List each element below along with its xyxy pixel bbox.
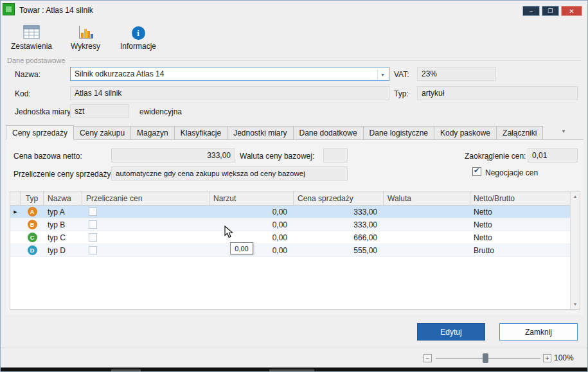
cena-bazowa-label: Cena bazowa netto: [13, 152, 82, 161]
minimize-icon: – [530, 8, 533, 14]
header-waluta[interactable]: Waluta [384, 191, 470, 205]
przeliczenie-field[interactable]: automatyczne gdy cena zakupu większa od … [111, 166, 348, 181]
tab-dane-dodatkowe[interactable]: Dane dodatkowe [293, 126, 364, 139]
tabstrip: Ceny sprzedaży Ceny zakupu Magazyn Klasy… [6, 125, 584, 140]
taskbar-fragment [269, 369, 314, 371]
scroll-up-icon[interactable]: ▲ [571, 191, 580, 201]
toolbar-item-zestawienia[interactable]: Zestawienia [7, 21, 56, 53]
header-nazwa[interactable]: Nazwa [44, 191, 82, 205]
cell-nazwa: typ C [44, 231, 82, 244]
table-row[interactable]: ▶ A typ A 0,00 333,00 Netto [10, 206, 570, 218]
przeliczanie-checkbox[interactable] [89, 246, 97, 254]
cell-cena: 666,00 [294, 231, 384, 244]
group-divider [69, 60, 581, 61]
group-dane-podstawowe: Dane podstawowe [7, 56, 581, 65]
przeliczanie-checkbox[interactable] [89, 233, 97, 242]
tab-magazyn[interactable]: Magazyn [130, 126, 175, 139]
typ-badge: A [28, 207, 37, 217]
nazwa-label: Nazwa: [15, 70, 40, 79]
vat-field[interactable]: 23% [417, 67, 496, 81]
group-label: Dane podstawowe [7, 57, 66, 64]
price-types-grid: Typ Nazwa Przeliczanie cen Narzut Cena s… [10, 191, 580, 310]
zoom-slider-thumb[interactable] [483, 353, 488, 363]
tab-jednostki-miary[interactable]: Jednostki miary [227, 126, 293, 139]
cell-narzut: 0,00 [209, 218, 294, 231]
taskbar-strip [1, 368, 587, 372]
ewidencyjna-label: ewidencyjna [139, 107, 182, 116]
przeliczanie-checkbox[interactable] [89, 208, 97, 216]
cell-waluta [384, 218, 470, 231]
tab-klasyfikacje[interactable]: Klasyfikacje [174, 126, 227, 139]
cell-cena: 333,00 [294, 218, 384, 231]
typ-label: Typ: [394, 89, 409, 98]
statusbar: − + 100% [1, 348, 587, 368]
header-przeliczanie-cen[interactable]: Przeliczanie cen [82, 191, 209, 205]
zamknij-button[interactable]: Zamknij [499, 323, 578, 341]
header-typ[interactable]: Typ [21, 191, 44, 205]
zoom-out-button[interactable]: − [423, 354, 432, 362]
toolbar-item-informacje[interactable]: i Informacje [115, 21, 161, 53]
kod-label: Kod: [15, 89, 31, 98]
waluta-bazowa-label: Waluta ceny bazowej: [240, 152, 314, 161]
waluta-bazowa-field[interactable] [323, 148, 348, 163]
app-icon [3, 3, 15, 15]
tab-kody-paskowe[interactable]: Kody paskowe [434, 126, 497, 139]
cell-netto-brutto: Netto [470, 206, 570, 218]
chevron-down-icon[interactable]: ▼ [377, 69, 388, 80]
cell-netto-brutto: Netto [470, 218, 570, 231]
towar-window: Towar : Atlas 14 silnik – ❐ ✕ Zestawieni… [0, 0, 588, 372]
window-title: Towar : Atlas 14 silnik [19, 6, 93, 15]
cell-waluta [384, 231, 470, 244]
header-indicator [10, 191, 21, 205]
value-tooltip: 0,00 [230, 242, 253, 254]
zoom-in-button[interactable]: + [543, 354, 551, 362]
tab-overflow-icon[interactable]: ▼ [561, 128, 566, 134]
typ-field[interactable]: artykuł [417, 86, 578, 100]
titlebar: Towar : Atlas 14 silnik – ❐ ✕ [1, 1, 587, 19]
toolbar-label: Zestawienia [11, 42, 52, 51]
edytuj-button[interactable]: Edytuj [417, 323, 485, 341]
table-row[interactable]: C typ C 0,00 666,00 Netto [10, 231, 570, 244]
table-icon [23, 22, 40, 40]
nazwa-value: Silnik odkurzacza Atlas 14 [75, 69, 164, 78]
negocjacje-checkbox[interactable] [472, 167, 481, 176]
toolbar-item-wykresy[interactable]: Wykresy [62, 21, 109, 53]
tab-ceny-sprzedazy[interactable]: Ceny sprzedaży [6, 125, 74, 140]
scroll-down-icon[interactable]: ▼ [571, 299, 580, 309]
toolbar: Zestawienia Wykresy i Informacje [7, 21, 161, 53]
cena-bazowa-field[interactable]: 333,00 [111, 148, 235, 163]
kod-field[interactable]: Atlas 14 silnik [70, 86, 389, 100]
row-marker-icon: ▶ [13, 209, 17, 215]
minimize-button[interactable]: – [522, 6, 540, 16]
close-button[interactable]: ✕ [561, 6, 582, 16]
vat-label: VAT: [394, 70, 409, 79]
zaokraglenie-field[interactable]: 0,01 [528, 148, 578, 163]
header-narzut[interactable]: Narzut [209, 191, 294, 205]
window-controls: – ❐ ✕ [522, 6, 582, 16]
cell-narzut: 0,00 [209, 206, 294, 218]
maximize-button[interactable]: ❐ [542, 6, 559, 16]
close-icon: ✕ [569, 8, 574, 15]
jednostka-miary-label: Jednostka miary: [15, 107, 73, 116]
taskbar-fragment [111, 369, 141, 371]
negocjacje-label: Negocjacje cen [485, 168, 538, 177]
grid-header: Typ Nazwa Przeliczanie cen Narzut Cena s… [10, 191, 570, 206]
table-row[interactable]: D typ D 0,00 555,00 Brutto [10, 244, 570, 257]
zoom-level: 100% [554, 353, 574, 362]
typ-badge: B [28, 220, 37, 229]
przeliczanie-checkbox[interactable] [89, 220, 97, 229]
przeliczenie-label: Przeliczenie ceny sprzedaży: [13, 170, 113, 179]
tab-zalaczniki[interactable]: Załączniki [496, 126, 543, 139]
tab-ceny-zakupu[interactable]: Ceny zakupu [73, 126, 131, 139]
header-cena-sprzedazy[interactable]: Cena sprzedaży [294, 191, 384, 205]
nazwa-combobox[interactable]: Silnik odkurzacza Atlas 14 ▼ [70, 67, 389, 81]
jednostka-miary-field[interactable]: szt [70, 104, 129, 118]
cell-netto-brutto: Brutto [470, 244, 570, 256]
tab-dane-logistyczne[interactable]: Dane logistyczne [363, 126, 434, 139]
info-icon: i [132, 22, 145, 40]
header-netto-brutto[interactable]: Netto/Brutto [470, 191, 570, 205]
cell-cena: 555,00 [294, 244, 384, 256]
table-row[interactable]: B typ B 0,00 333,00 Netto [10, 218, 570, 231]
toolbar-label: Wykresy [71, 42, 100, 51]
vertical-scrollbar[interactable]: ▲ ▼ [570, 191, 580, 309]
